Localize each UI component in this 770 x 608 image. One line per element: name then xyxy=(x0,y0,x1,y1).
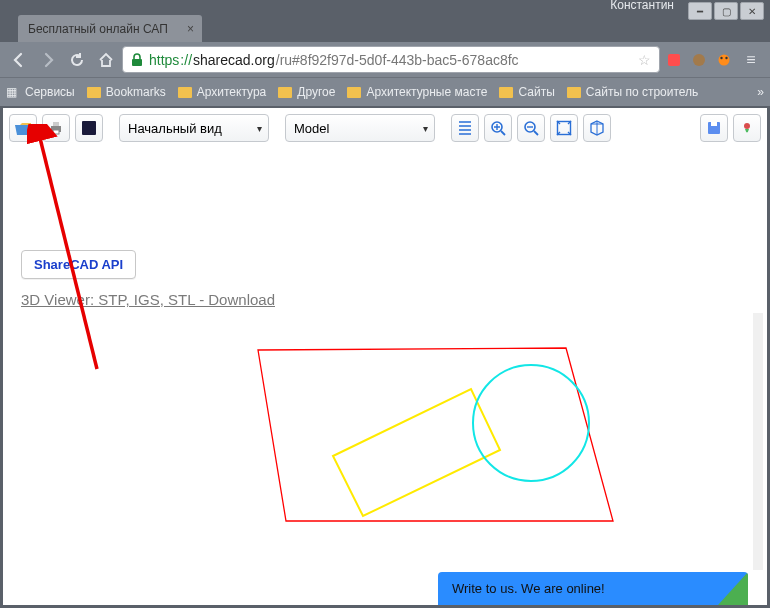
folder-icon xyxy=(178,87,192,98)
svg-point-4 xyxy=(720,56,722,58)
cad-canvas[interactable] xyxy=(3,253,763,608)
folder-icon xyxy=(499,87,513,98)
bookmark-star-icon[interactable]: ☆ xyxy=(638,52,651,68)
app-toolbar: Начальный вид Model xyxy=(3,108,767,148)
svg-point-5 xyxy=(725,56,727,58)
lock-icon xyxy=(131,53,143,67)
tab-row: Бесплатный онлайн САП × xyxy=(0,10,770,42)
fit-screen-button[interactable] xyxy=(550,114,578,142)
svg-rect-14 xyxy=(711,122,717,126)
bookmark-bookmarks[interactable]: Bookmarks xyxy=(87,85,166,99)
bookmark-label: Сайты по строитель xyxy=(586,85,699,99)
url-input[interactable]: https :// sharecad.org /ru#8f92f97d-5d0f… xyxy=(122,46,660,73)
close-button[interactable]: ✕ xyxy=(740,2,764,20)
svg-rect-1 xyxy=(668,54,680,66)
extension-icon-2[interactable] xyxy=(688,49,710,71)
bookmark-services[interactable]: ▦Сервисы xyxy=(6,85,75,99)
view-select[interactable]: Начальный вид xyxy=(119,114,269,142)
svg-point-3 xyxy=(719,54,730,65)
chat-corner-icon xyxy=(718,572,748,605)
zoom-in-button[interactable] xyxy=(484,114,512,142)
zoom-out-button[interactable] xyxy=(517,114,545,142)
3d-view-button[interactable] xyxy=(583,114,611,142)
folder-icon xyxy=(567,87,581,98)
bookmark-overflow[interactable]: » xyxy=(757,85,764,99)
svg-rect-8 xyxy=(53,130,59,134)
shape-circle xyxy=(473,365,589,481)
select-label: Model xyxy=(294,121,329,136)
plugin-button[interactable] xyxy=(733,114,761,142)
url-scheme: https xyxy=(149,52,179,68)
save-button[interactable] xyxy=(700,114,728,142)
bookmark-label: Сайты xyxy=(518,85,554,99)
browser-menu-button[interactable]: ≡ xyxy=(738,47,764,73)
folder-icon xyxy=(278,87,292,98)
back-button[interactable] xyxy=(6,47,32,73)
bookmark-label: Bookmarks xyxy=(106,85,166,99)
url-domain: sharecad.org xyxy=(193,52,275,68)
svg-rect-7 xyxy=(53,122,59,126)
svg-rect-9 xyxy=(82,121,96,135)
bookmark-architecture[interactable]: Архитектура xyxy=(178,85,267,99)
maximize-button[interactable]: ▢ xyxy=(714,2,738,20)
svg-point-15 xyxy=(744,123,750,129)
minimize-button[interactable]: ━ xyxy=(688,2,712,20)
tab-title: Бесплатный онлайн САП xyxy=(28,22,168,36)
window-controls: ━ ▢ ✕ xyxy=(688,2,764,20)
bookmark-arch-masters[interactable]: Архитектурные масте xyxy=(347,85,487,99)
chat-message: Write to us. We are online! xyxy=(452,581,605,596)
bookmark-other[interactable]: Другое xyxy=(278,85,335,99)
svg-rect-0 xyxy=(132,59,142,66)
fit-width-button[interactable] xyxy=(451,114,479,142)
bookmark-label: Архитектурные масте xyxy=(366,85,487,99)
svg-point-2 xyxy=(693,54,705,66)
extension-icon-1[interactable] xyxy=(663,49,685,71)
bookmark-label: Другое xyxy=(297,85,335,99)
bookmark-label: Архитектура xyxy=(197,85,267,99)
extension-icon-3[interactable] xyxy=(713,49,735,71)
page-content: Начальный вид Model ShareCAD API 3D View… xyxy=(3,108,767,605)
home-button[interactable] xyxy=(93,47,119,73)
print-button[interactable] xyxy=(42,114,70,142)
scrollbar-vertical[interactable] xyxy=(753,313,763,570)
folder-icon xyxy=(347,87,361,98)
forward-button[interactable] xyxy=(35,47,61,73)
window-chrome: Константин ━ ▢ ✕ Бесплатный онлайн САП ×… xyxy=(0,0,770,106)
bookmark-label: Сервисы xyxy=(25,85,75,99)
open-file-button[interactable] xyxy=(9,114,37,142)
address-bar: https :// sharecad.org /ru#8f92f97d-5d0f… xyxy=(0,42,770,77)
folder-icon xyxy=(87,87,101,98)
reload-button[interactable] xyxy=(64,47,90,73)
bookmark-sites[interactable]: Сайты xyxy=(499,85,554,99)
chat-widget[interactable]: Write to us. We are online! xyxy=(438,572,748,605)
shape-parallelogram xyxy=(258,348,613,521)
select-label: Начальный вид xyxy=(128,121,222,136)
os-user-label: Константин xyxy=(610,0,674,12)
url-path: /ru#8f92f97d-5d0f-443b-bac5-678ac8fc xyxy=(276,52,519,68)
browser-tab[interactable]: Бесплатный онлайн САП × xyxy=(18,15,202,42)
tab-close-icon[interactable]: × xyxy=(187,22,194,36)
black-bg-button[interactable] xyxy=(75,114,103,142)
bookmark-bar: ▦Сервисы Bookmarks Архитектура Другое Ар… xyxy=(0,77,770,106)
titlebar: Константин ━ ▢ ✕ xyxy=(0,0,770,10)
bookmark-building-sites[interactable]: Сайты по строитель xyxy=(567,85,699,99)
space-select[interactable]: Model xyxy=(285,114,435,142)
